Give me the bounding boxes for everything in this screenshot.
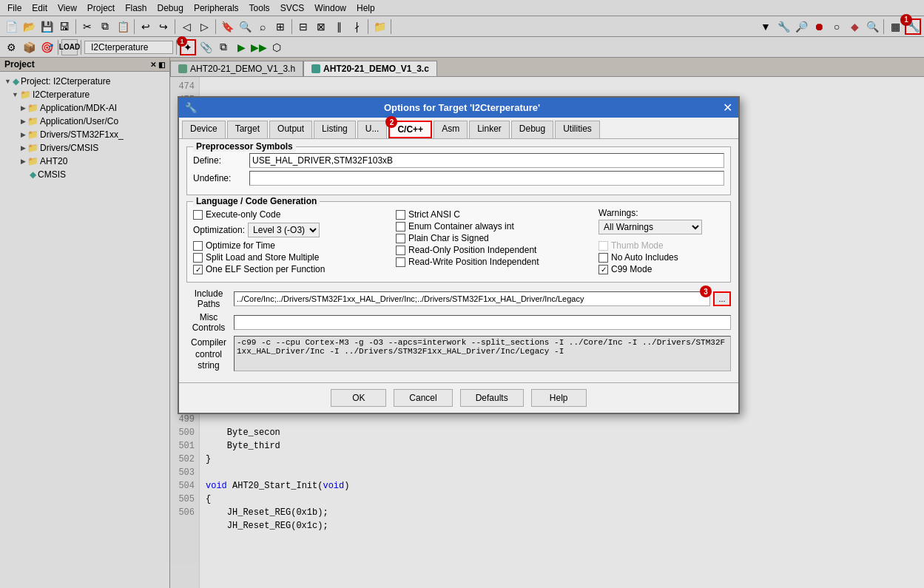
rw-pos-row[interactable]: Read-Write Position Independent (396, 257, 594, 267)
elf-section-label: One ELF Section per Function (206, 264, 325, 274)
elf-section-row[interactable]: ✓ One ELF Section per Function (193, 264, 391, 274)
optimize-time-label: Optimize for Time (206, 240, 275, 251)
split-load-label: Split Load and Store Multiple (206, 252, 319, 263)
define-label: Define: (193, 155, 245, 166)
ok-button[interactable]: OK (331, 389, 386, 407)
include-paths-row: Include Paths 3 ... (186, 288, 731, 309)
preprocessor-section: Preprocessor Symbols Define: Undefine: (186, 146, 731, 195)
strict-ansi-label: Strict ANSI C (408, 209, 460, 220)
language-section: Language / Code Generation Execute-only … (186, 201, 731, 283)
optimization-row: Optimization: Level 3 (-O3) (193, 223, 391, 237)
defaults-button[interactable]: Defaults (460, 389, 524, 407)
dialog-overlay: 🔧 Options for Target 'I2Cterperature' ✕ … (0, 0, 924, 588)
dtab-device[interactable]: Device (182, 121, 226, 138)
dialog-close-button[interactable]: ✕ (723, 101, 732, 115)
dialog-title-text: Options for Target 'I2Cterperature' (384, 102, 540, 113)
misc-controls-label: Misc Controls (186, 312, 231, 333)
dtab-u[interactable]: U... (357, 121, 388, 138)
dialog-title-bar: 🔧 Options for Target 'I2Cterperature' ✕ (179, 98, 738, 118)
ro-pos-cb[interactable] (396, 246, 405, 255)
execute-only-row[interactable]: Execute-only Code (193, 209, 391, 220)
no-auto-includes-label: No Auto Includes (611, 252, 678, 263)
dialog-body: Preprocessor Symbols Define: Undefine: L… (179, 139, 738, 382)
dtab-debug[interactable]: Debug (511, 121, 553, 138)
strict-ansi-row[interactable]: Strict ANSI C (396, 209, 594, 220)
execute-only-label: Execute-only Code (206, 209, 280, 220)
ro-pos-row[interactable]: Read-Only Position Independent (396, 245, 594, 255)
optimize-time-cb[interactable] (193, 241, 203, 251)
define-row: Define: (193, 153, 724, 168)
dtab-target[interactable]: Target (227, 121, 268, 138)
thumb-mode-label: Thumb Mode (611, 240, 664, 251)
undefine-input[interactable] (249, 171, 724, 186)
c99-mode-cb[interactable]: ✓ (598, 265, 608, 274)
enum-container-row[interactable]: Enum Container always int (396, 221, 594, 232)
lang-col2: Strict ANSI C Enum Container always int … (396, 208, 594, 276)
dtab-output[interactable]: Output (269, 121, 312, 138)
enum-container-label: Enum Container always int (408, 221, 514, 232)
lang-col3: Warnings: All Warnings Thumb Mode No Aut… (598, 208, 724, 276)
dtab-cc[interactable]: 2 C/C++ (388, 121, 432, 138)
c99-mode-row[interactable]: ✓ C99 Mode (598, 264, 724, 274)
help-button[interactable]: Help (531, 389, 587, 407)
thumb-mode-cb (598, 241, 608, 251)
execute-only-cb[interactable] (193, 210, 203, 220)
dtab-listing[interactable]: Listing (314, 121, 356, 138)
badge-3: 3 (700, 285, 712, 297)
compiler-string-input: -c99 -c --cpu Cortex-M3 -g -O3 --apcs=in… (234, 336, 731, 371)
define-input[interactable] (249, 153, 724, 168)
optimization-select[interactable]: Level 3 (-O3) (248, 223, 320, 237)
optimization-label: Optimization: (193, 225, 245, 235)
cancel-button[interactable]: Cancel (394, 389, 452, 407)
undefine-label: Undefine: (193, 173, 245, 183)
preprocessor-label: Preprocessor Symbols (193, 141, 296, 152)
compiler-string-label: Compiler control string (186, 336, 231, 372)
undefine-row: Undefine: (193, 171, 724, 186)
no-auto-includes-row[interactable]: No Auto Includes (598, 252, 724, 263)
rw-pos-label: Read-Write Position Independent (408, 257, 539, 267)
plain-char-label: Plain Char is Signed (408, 233, 489, 243)
language-label: Language / Code Generation (193, 196, 320, 206)
dialog-title-icon: 🔧 (185, 102, 197, 113)
rw-pos-cb[interactable] (396, 257, 405, 267)
compiler-string-row: Compiler control string -c99 -c --cpu Co… (186, 336, 731, 372)
include-paths-input[interactable] (234, 291, 710, 306)
badge-2: 2 (385, 116, 397, 128)
options-dialog: 🔧 Options for Target 'I2Cterperature' ✕ … (178, 96, 740, 414)
split-load-cb[interactable] (193, 253, 203, 263)
dtab-linker[interactable]: Linker (469, 121, 510, 138)
misc-controls-row: Misc Controls (186, 312, 731, 333)
split-load-row[interactable]: Split Load and Store Multiple (193, 252, 391, 263)
warnings-label-text: Warnings: (598, 208, 724, 218)
include-paths-label: Include Paths (186, 288, 231, 309)
include-browse-button[interactable]: ... (713, 291, 731, 306)
optimize-time-row[interactable]: Optimize for Time (193, 240, 391, 251)
dtab-utilities[interactable]: Utilities (555, 121, 600, 138)
warnings-select[interactable]: All Warnings (598, 220, 702, 234)
ro-pos-label: Read-Only Position Independent (408, 245, 536, 255)
misc-controls-input[interactable] (234, 315, 731, 330)
thumb-mode-row: Thumb Mode (598, 240, 724, 251)
enum-container-cb[interactable] (396, 222, 405, 232)
language-cols: Execute-only Code Optimization: Level 3 … (193, 208, 724, 276)
lang-col1: Execute-only Code Optimization: Level 3 … (193, 208, 391, 276)
plain-char-cb[interactable] (396, 234, 405, 243)
dialog-footer: OK Cancel Defaults Help (179, 382, 738, 413)
dialog-tab-bar: Device Target Output Listing U... 2 C/C+… (179, 118, 738, 139)
elf-section-cb[interactable]: ✓ (193, 265, 203, 274)
strict-ansi-cb[interactable] (396, 210, 405, 220)
c99-mode-label: C99 Mode (611, 264, 652, 274)
dtab-asm[interactable]: Asm (434, 121, 468, 138)
plain-char-row[interactable]: Plain Char is Signed (396, 233, 594, 243)
no-auto-includes-cb[interactable] (598, 253, 608, 263)
